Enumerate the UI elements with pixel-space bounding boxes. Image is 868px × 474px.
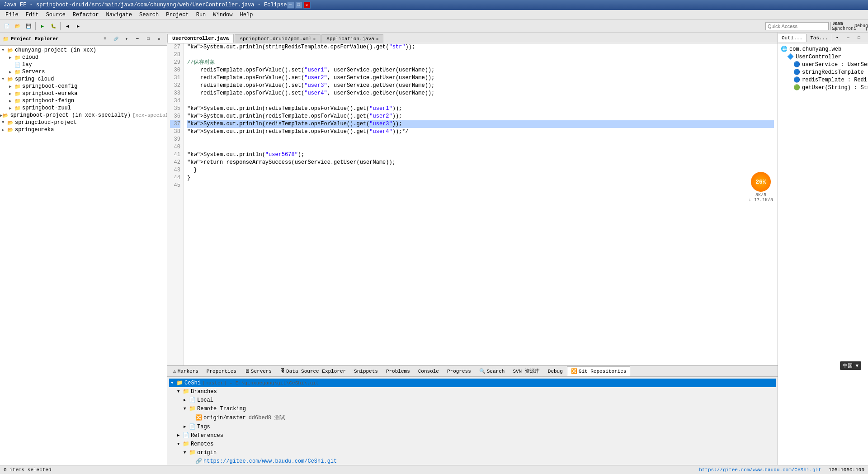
menu-item-edit[interactable]: Edit	[22, 11, 42, 19]
bottom-tab-problems[interactable]: Problems	[382, 367, 414, 376]
editor-tab[interactable]: Application.java ✕	[321, 34, 383, 43]
editor-tab[interactable]: springboot-druid/pom.xml ✕	[235, 34, 321, 43]
tree-item[interactable]: ▶📁springboot-zuul	[0, 104, 167, 112]
menu-item-project[interactable]: Project	[162, 11, 192, 19]
tab-close-button[interactable]: ✕	[313, 37, 316, 42]
line-number: 30	[170, 66, 180, 74]
back-button[interactable]: ◀	[62, 21, 72, 31]
bottom-tab-markers[interactable]: ⚠Markers	[169, 366, 203, 376]
git-tree-item[interactable]: 🔗https://gitee.com/www.baudu.com/CeShi.g…	[169, 457, 776, 465]
git-item-label: origin	[197, 450, 217, 456]
git-tree-item[interactable]: ▼📁origin	[169, 448, 776, 457]
close-button[interactable]: ✕	[303, 1, 311, 9]
quick-access-input[interactable]	[765, 22, 829, 30]
minimize-panel-button[interactable]: —	[132, 34, 142, 44]
tree-item[interactable]: 📄lay	[0, 61, 167, 68]
bottom-tabs: ⚠MarkersProperties🖥Servers🗄Data Source E…	[167, 366, 778, 377]
git-tree-item[interactable]: ▼📁Remotes	[169, 440, 776, 448]
right-panel-close[interactable]: ✕	[865, 33, 868, 43]
outline-item-icon: 🟢	[793, 84, 800, 91]
tab-label: Problems	[386, 369, 410, 374]
minimize-button[interactable]: —	[287, 1, 294, 9]
maximize-button[interactable]: □	[295, 1, 302, 9]
git-tree-item[interactable]: ▶📄References	[169, 431, 776, 440]
bottom-tab-console[interactable]: Console	[414, 367, 443, 376]
bottom-tab-servers[interactable]: 🖥Servers	[241, 366, 276, 376]
new-button[interactable]: 📄	[2, 21, 12, 31]
open-button[interactable]: 📂	[13, 21, 23, 31]
line-number: 41	[170, 151, 180, 159]
menu-item-refactor[interactable]: Refactor	[69, 11, 103, 19]
debug-button[interactable]: 🐛	[48, 21, 58, 31]
outline-item[interactable]: 🔷UserController	[780, 53, 866, 61]
bottom-tab-git-repositories[interactable]: 🔀Git Repositories	[567, 366, 631, 376]
git-item-label: Remote Tracking	[197, 406, 246, 412]
panel-menu-button[interactable]: ▾	[122, 34, 132, 44]
git-tree-item[interactable]: ▼📁CeShi[master] - E:\qinxuegang\git\CeSh…	[169, 379, 776, 387]
tasks-tab[interactable]: Tas...	[807, 34, 832, 42]
line-numbers: 27282930313233343536373839404142434445	[167, 43, 184, 365]
bottom-tab-debug[interactable]: Debug	[544, 367, 567, 376]
tree-item[interactable]: ▼📂spring-cloud	[0, 76, 167, 83]
tree-item[interactable]: ▼📂chunyang-project (in xcx)	[0, 47, 167, 54]
close-panel-button[interactable]: ✕	[154, 34, 164, 44]
save-button[interactable]: 💾	[24, 21, 33, 31]
code-line: "kw">System.out.println(redisTemplate.op…	[187, 128, 774, 136]
right-panel: Outl... Tas... ▾ — □ ✕ 🌐com.chunyang.web…	[778, 33, 868, 465]
menu-item-navigate[interactable]: Navigate	[102, 11, 136, 19]
bottom-tab-properties[interactable]: Properties	[203, 367, 241, 376]
tab-label: Servers	[251, 369, 272, 374]
tab-close-button[interactable]: ✕	[376, 37, 378, 42]
outline-item[interactable]: 🔵userService : UserSer	[780, 61, 866, 68]
menu-item-window[interactable]: Window	[209, 11, 236, 19]
tree-item[interactable]: ▶📂springboot-project (in xcx-specialty)[…	[0, 112, 167, 119]
tree-item[interactable]: ▶📂springeureka	[0, 126, 167, 133]
tab-label: Markers	[178, 369, 198, 374]
git-tree-item[interactable]: 🔀origin/masterdd6bed8 测试	[169, 413, 776, 422]
editor-tab[interactable]: UserController.java	[167, 34, 234, 43]
code-area[interactable]: "kw">System.out.println(stringRedisTempl…	[184, 43, 778, 365]
bottom-tab-snippets[interactable]: Snippets	[350, 367, 382, 376]
tab-label: SVN 资源库	[513, 368, 539, 374]
run-button[interactable]: ▶	[38, 21, 47, 31]
code-line: "kw">System.out.println(redisTemplate.op…	[187, 120, 774, 128]
menu-item-run[interactable]: Run	[193, 11, 210, 19]
team-sync-btn[interactable]: Team Synchronizing	[844, 21, 854, 31]
outline-item-label: userService : UserSer	[802, 62, 868, 68]
maximize-panel-button[interactable]: □	[143, 34, 153, 44]
forward-button[interactable]: ▶	[73, 21, 83, 31]
git-tree-item[interactable]: ▶📄Tags	[169, 422, 776, 431]
right-panel-menu[interactable]: ▾	[832, 33, 842, 43]
git-tree-item[interactable]: ▼📁Branches	[169, 387, 776, 396]
bottom-tab-progress[interactable]: Progress	[443, 367, 475, 376]
menu-item-search[interactable]: Search	[136, 11, 162, 19]
bottom-tab-search[interactable]: 🔍Search	[475, 366, 509, 376]
tree-item[interactable]: ▶📁springboot-eureka	[0, 90, 167, 97]
outline-item[interactable]: 🔵stringRedisTemplate	[780, 68, 866, 76]
link-editor-button[interactable]: 🔗	[111, 34, 121, 44]
collapse-all-button[interactable]: ≡	[100, 34, 110, 44]
menu-item-file[interactable]: File	[2, 11, 22, 19]
tree-item[interactable]: ▼📂springcloud-project	[0, 119, 167, 126]
git-item-label: Remotes	[191, 441, 213, 447]
status-items-selected: 0 items selected	[4, 467, 52, 473]
git-tree-item[interactable]: ▶📄Local	[169, 396, 776, 404]
tree-item[interactable]: ▶📁springboot-config	[0, 83, 167, 90]
outline-item[interactable]: 🌐com.chunyang.web	[780, 45, 866, 53]
outline-item[interactable]: 🟢getUser(String) : Stri	[780, 84, 866, 91]
bottom-tab-svn-资源库[interactable]: SVN 资源库	[509, 366, 543, 376]
outline-tab[interactable]: Outl...	[778, 34, 807, 42]
project-explorer-title: Project Explorer	[11, 36, 59, 42]
tab-label: Properties	[207, 369, 236, 374]
debug-mode-btn[interactable]: Debug	[856, 21, 866, 31]
tree-item[interactable]: ▶📁cloud	[0, 54, 167, 61]
menu-item-help[interactable]: Help	[236, 11, 257, 19]
menu-item-source[interactable]: Source	[42, 11, 69, 19]
right-panel-max[interactable]: □	[854, 33, 864, 43]
tree-item[interactable]: ▶📁Servers	[0, 68, 167, 76]
right-panel-min[interactable]: —	[843, 33, 853, 43]
git-tree-item[interactable]: ▼📁Remote Tracking	[169, 404, 776, 413]
tree-item[interactable]: ▶📁springboot-feign	[0, 97, 167, 104]
bottom-tab-data-source-explorer[interactable]: 🗄Data Source Explorer	[276, 366, 350, 376]
outline-item[interactable]: 🔵redisTemplate : Redi	[780, 76, 866, 84]
